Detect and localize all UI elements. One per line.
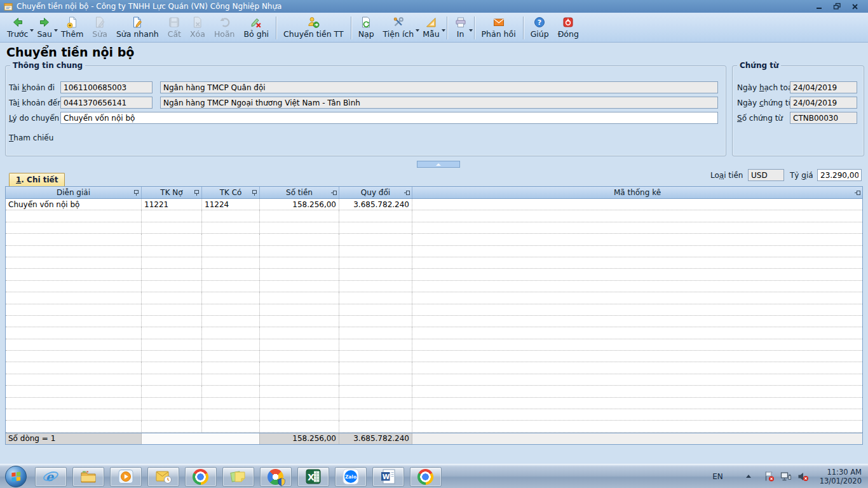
taskbar-item-outlook[interactable] xyxy=(147,467,179,487)
column-pin-icon[interactable] xyxy=(404,190,410,196)
table-cell[interactable]: 11224 xyxy=(202,199,260,210)
table-cell[interactable]: 158.256,00 xyxy=(260,199,339,210)
toolbar-button-previous[interactable]: Trước xyxy=(3,14,32,42)
taskbar-item-chrome[interactable] xyxy=(185,467,217,487)
taskbar-item-zalo[interactable]: Zalo xyxy=(335,467,367,487)
table-cell[interactable]: 3.685.782.240 xyxy=(339,199,412,210)
table-cell xyxy=(260,222,339,233)
general-info-group-title: Thông tin chung xyxy=(10,61,85,70)
table-cell xyxy=(202,210,260,221)
toolbar-button-add[interactable]: Thêm xyxy=(57,14,88,42)
toolbar-button-transfer[interactable]: Chuyển tiền TT xyxy=(279,14,348,42)
table-cell xyxy=(202,409,260,420)
currency-label: Loại tiền xyxy=(710,171,743,180)
minimize-button[interactable] xyxy=(813,2,825,11)
to-bank-field[interactable] xyxy=(160,97,718,109)
taskbar-item-file-explorer[interactable] xyxy=(72,467,104,487)
column-header-5[interactable]: Quy đổi xyxy=(339,187,412,198)
taskbar-item-internet-explorer[interactable]: e xyxy=(35,467,67,487)
taskbar-item-windows-media-player[interactable] xyxy=(110,467,142,487)
taskbar-item-sticky-notes[interactable] xyxy=(222,467,254,487)
table-cell xyxy=(412,269,862,280)
table-cell xyxy=(412,398,862,409)
edit-document-icon xyxy=(93,16,106,29)
posting-date-field[interactable] xyxy=(790,81,857,93)
taskbar-item-chrome-2[interactable] xyxy=(410,467,442,487)
start-button[interactable] xyxy=(5,466,27,487)
table-cell xyxy=(339,362,412,373)
toolbar-button-next[interactable]: Sau xyxy=(32,14,57,42)
taskbar-item-excel[interactable]: X xyxy=(297,467,329,487)
table-cell xyxy=(202,304,260,315)
toolbar-button-close[interactable]: Đóng xyxy=(553,14,583,42)
table-cell xyxy=(142,339,202,350)
table-cell xyxy=(260,398,339,409)
toolbar-button-print[interactable]: In xyxy=(450,14,471,42)
table-cell[interactable]: 11221 xyxy=(142,199,202,210)
zalo-icon: Zalo xyxy=(342,468,359,485)
language-indicator[interactable]: EN xyxy=(712,472,723,481)
tray-date: 13/01/2020 xyxy=(820,477,862,485)
column-header-label: TK Có xyxy=(220,188,242,197)
show-hidden-icons-button[interactable] xyxy=(746,475,751,478)
taskbar-item-word[interactable]: W xyxy=(372,467,404,487)
table-cell xyxy=(202,327,260,338)
from-bank-field[interactable] xyxy=(160,81,718,93)
restore-button[interactable] xyxy=(831,2,843,11)
reference-label: Tham chiếu xyxy=(9,133,53,142)
table-cell xyxy=(142,421,202,431)
table-cell xyxy=(260,386,339,396)
column-pin-icon[interactable] xyxy=(194,190,200,196)
document-number-field[interactable] xyxy=(790,112,857,124)
table-row-empty xyxy=(6,222,862,234)
table-row-empty xyxy=(6,351,862,362)
dropdown-arrow-icon[interactable] xyxy=(442,29,445,32)
column-pin-icon[interactable] xyxy=(133,190,139,196)
table-cell xyxy=(142,210,202,221)
splitter-collapse-button[interactable] xyxy=(417,161,460,168)
table-cell xyxy=(412,304,862,315)
table-cell xyxy=(260,339,339,350)
toolbar-button-quick-edit[interactable]: Sửa nhanh xyxy=(112,14,163,42)
column-header-2[interactable]: TK Nợ xyxy=(142,187,202,198)
column-pin-icon[interactable] xyxy=(855,190,860,196)
toolbar-button-template[interactable]: Mẫu xyxy=(418,14,444,42)
posting-date-label: Ngày hạch toán xyxy=(737,83,797,92)
table-cell[interactable]: Chuyển vốn nội bộ xyxy=(6,199,142,210)
to-account-number-field[interactable] xyxy=(60,97,153,109)
action-center-flag-icon[interactable] xyxy=(764,471,775,482)
table-cell xyxy=(260,351,339,362)
toolbar-button-unrecord[interactable]: Bỏ ghi xyxy=(240,14,274,42)
toolbar-button-feedback[interactable]: Phản hồi xyxy=(477,14,520,42)
column-header-1[interactable]: Diễn giải xyxy=(6,187,142,198)
toolbar-button-reload[interactable]: Nạp xyxy=(354,14,379,42)
column-header-6[interactable]: Mã thống kê xyxy=(412,187,862,198)
column-header-4[interactable]: Số tiền xyxy=(260,187,339,198)
dropdown-arrow-icon[interactable] xyxy=(469,29,473,32)
pinwheel-app-icon xyxy=(268,469,283,485)
table-cell[interactable] xyxy=(412,199,862,210)
column-header-3[interactable]: TK Có xyxy=(202,187,260,198)
toolbar-button-label: Chuyển tiền TT xyxy=(283,30,344,38)
taskbar-item-app-with-shield[interactable] xyxy=(260,467,292,487)
clock[interactable]: 11:30 AM 13/01/2020 xyxy=(820,468,862,485)
column-pin-icon[interactable] xyxy=(252,190,257,196)
document-date-field[interactable] xyxy=(790,97,857,109)
exchange-rate-field[interactable] xyxy=(817,169,862,181)
toolbar-button-utilities[interactable]: Tiện ích xyxy=(379,14,419,42)
table-cell xyxy=(142,409,202,420)
column-pin-icon[interactable] xyxy=(331,190,337,196)
toolbar-button-label: Sửa nhanh xyxy=(116,30,159,38)
close-button[interactable] xyxy=(849,2,860,11)
toolbar-button-help[interactable]: ? Giúp xyxy=(526,14,553,42)
volume-muted-icon[interactable] xyxy=(797,471,809,482)
reason-field[interactable] xyxy=(60,112,718,124)
table-cell xyxy=(142,292,202,303)
table-cell xyxy=(412,257,862,268)
table-cell xyxy=(6,339,142,350)
currency-code-field[interactable] xyxy=(748,169,784,181)
from-account-number-field[interactable] xyxy=(60,81,153,93)
tab-detail[interactable]: 1. Chi tiết xyxy=(9,173,65,187)
table-cell xyxy=(142,386,202,396)
network-icon[interactable] xyxy=(780,471,792,482)
